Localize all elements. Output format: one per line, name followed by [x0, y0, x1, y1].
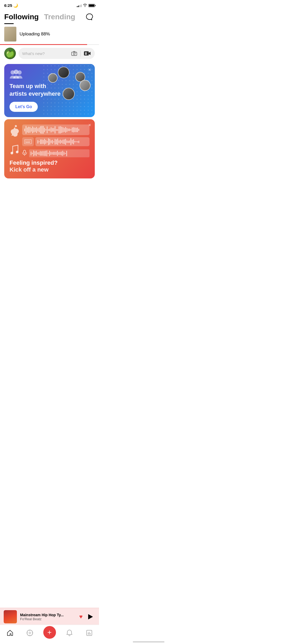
- whats-new-input[interactable]: What's new?: [18, 48, 95, 59]
- red-banner-left: [10, 125, 19, 157]
- red-banner-subtitle: Kick off a new: [10, 166, 89, 173]
- guitar-icon: [10, 125, 19, 139]
- red-banner-content: [10, 125, 89, 157]
- svg-rect-2: [76, 53, 76, 53]
- float-avatar-5: [48, 73, 58, 83]
- moon-icon: 🌙: [13, 3, 18, 8]
- svg-point-7: [17, 70, 22, 75]
- svg-rect-12: [27, 141, 27, 141]
- upload-progress-fill: [0, 44, 87, 45]
- whats-new-row: 🍏 What's new?: [0, 45, 99, 62]
- float-avatar-1: [58, 67, 69, 78]
- waveform-bar-3: [29, 149, 89, 157]
- battery-icon: [88, 4, 95, 7]
- avatar-emoji: 🍏: [6, 49, 15, 58]
- status-icons: [77, 4, 95, 8]
- user-avatar: 🍏: [4, 48, 16, 59]
- svg-rect-11: [25, 141, 26, 141]
- signal-icon: [77, 4, 82, 7]
- svg-point-1: [73, 53, 75, 55]
- red-banner-right: [22, 125, 89, 157]
- keyboard-icon: [22, 137, 34, 146]
- svg-rect-14: [29, 141, 30, 141]
- chat-icon-button[interactable]: [84, 12, 95, 22]
- video-music-icon-button[interactable]: [84, 51, 91, 56]
- status-time: 6:25 🌙: [4, 3, 18, 8]
- tab-following[interactable]: Following: [4, 13, 39, 21]
- svg-rect-16: [23, 150, 26, 153]
- float-avatar-4: [63, 88, 75, 100]
- banner-floating-avatars: [43, 67, 91, 98]
- svg-rect-0: [72, 52, 77, 56]
- blue-banner-card: × Team up with artists everywhere Let's …: [4, 64, 95, 117]
- music-note-icon: [10, 144, 19, 156]
- svg-rect-10: [25, 140, 31, 144]
- wifi-icon: [83, 4, 87, 8]
- camera-icon-button[interactable]: [71, 51, 77, 56]
- upload-row: Uploading 88%: [0, 24, 99, 44]
- svg-point-9: [16, 151, 18, 153]
- red-banner-card: ×: [4, 119, 95, 178]
- status-bar: 6:25 🌙: [0, 0, 99, 10]
- upload-label: Uploading 88%: [20, 31, 50, 37]
- banner-cta-button[interactable]: Let's Go: [10, 102, 38, 112]
- waveform-bar-1: [22, 125, 89, 135]
- svg-rect-15: [25, 142, 30, 143]
- red-banner-title: Feeling inspired?: [10, 159, 89, 166]
- mic-icon: [22, 150, 27, 157]
- svg-point-8: [11, 152, 13, 154]
- upload-progress-bar: [0, 44, 99, 45]
- svg-point-4: [86, 54, 86, 55]
- header-tabs: Following Trending: [0, 10, 99, 22]
- red-banner-close-button[interactable]: ×: [88, 122, 91, 128]
- mic-waveform-row: [22, 149, 89, 157]
- svg-rect-13: [28, 141, 29, 141]
- whats-new-placeholder: What's new?: [22, 51, 69, 56]
- upload-thumbnail: [4, 27, 16, 42]
- waveform-bar-2: [35, 137, 89, 146]
- tab-trending[interactable]: Trending: [44, 13, 75, 21]
- float-avatar-3: [79, 80, 91, 91]
- divider: [80, 50, 81, 57]
